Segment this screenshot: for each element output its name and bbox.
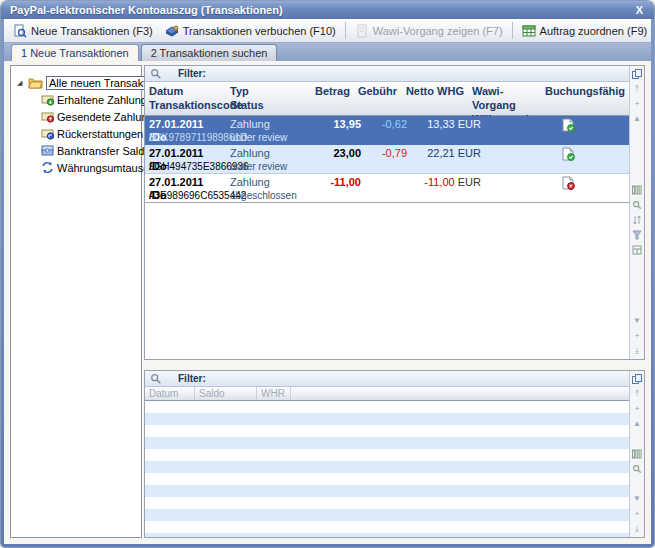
card-view-icon[interactable] xyxy=(632,184,643,195)
add-row-icon[interactable]: + xyxy=(632,98,643,109)
filter-search-icon xyxy=(150,68,162,80)
post-transactions-button[interactable]: Transaktionen verbuchen (F10) xyxy=(159,21,342,41)
tree-item-refunds[interactable]: Rückerstattungen xyxy=(11,125,141,142)
content-area: ◢ Alle neuen Transaktionen Erhaltene Zah… xyxy=(4,61,651,544)
transaction-net: 22,21 xyxy=(427,147,455,159)
category-tree-panel: ◢ Alle neuen Transaktionen Erhaltene Zah… xyxy=(10,65,142,538)
col-header-buchungsfaehig[interactable]: Buchungsfähig xyxy=(541,82,629,115)
tab-new-transactions-label: 1 Neue Transaktionen xyxy=(21,47,129,59)
append-row-icon[interactable]: + xyxy=(632,508,643,519)
col-header-gebuehr[interactable]: Gebühr xyxy=(354,82,400,115)
transaction-row-3[interactable]: 27.01.2011 /Do 43E989696C6535442 Zahlung… xyxy=(145,174,629,203)
transaction-row-2[interactable]: 27.01.2011 /Do 9GH494735E3866936 Zahlung… xyxy=(145,145,629,174)
balance-filter-row[interactable]: Filter: xyxy=(145,371,629,387)
refunds-icon xyxy=(41,127,54,140)
grid-side-toolbar: ⤒ + ▲ ▼ + ⤓ xyxy=(630,371,644,537)
filter-funnel-icon[interactable] xyxy=(632,229,643,240)
col-header-betrag[interactable]: Betrag xyxy=(304,82,354,115)
grid-side-toolbar: ⤒ + ▲ xyxy=(630,66,644,359)
show-erp-process-label: Wawi-Vorgang zeigen (F7) xyxy=(373,25,503,37)
transaction-status: under review xyxy=(230,160,307,173)
search-icon[interactable] xyxy=(632,463,643,474)
tab-new-transactions[interactable]: 1 Neue Transaktionen xyxy=(11,44,139,61)
scroll-down-icon[interactable]: ▼ xyxy=(632,493,643,504)
transaction-bookable xyxy=(558,116,629,145)
tree-item-currency-exchange[interactable]: Währungsumtausch xyxy=(11,159,141,176)
scroll-up-icon[interactable]: ▲ xyxy=(632,113,643,124)
title-bar[interactable]: PayPal-elektronischer Kontoauszug (Trans… xyxy=(1,1,654,19)
column-chooser-icon[interactable] xyxy=(632,68,643,79)
col-header-netto-whg[interactable]: Netto WHG xyxy=(400,82,468,115)
transaction-amount: 13,95 xyxy=(311,116,365,145)
app-window: PayPal-elektronischer Kontoauszug (Trans… xyxy=(1,1,654,547)
transaction-code: 8CK9789711989861D xyxy=(149,131,222,144)
transaction-type: Zahlung xyxy=(230,147,307,160)
new-transactions-button[interactable]: Neue Transaktionen (F3) xyxy=(7,21,159,41)
export-icon[interactable] xyxy=(632,244,643,255)
col-header-wawi-vorgang[interactable]: Wawi-VorgangWährungskurs xyxy=(468,82,541,115)
toolbar-separator xyxy=(345,22,346,39)
balance-grid: Filter: Datum Saldo WHR ⤒ + xyxy=(144,370,645,538)
sort-icon[interactable] xyxy=(632,214,643,225)
transaction-row-1[interactable]: 27.01.2011 /Do 8CK9789711989861D Zahlung… xyxy=(145,116,629,145)
col-header-datum[interactable]: DatumTransaktionscode xyxy=(145,82,226,115)
transaction-amount: 23,00 xyxy=(311,145,365,173)
transaction-date: 27.01.2011 /Do xyxy=(149,118,222,131)
currency-exchange-icon xyxy=(41,161,54,174)
transaction-fee xyxy=(365,174,411,202)
col-header-whr[interactable]: WHR xyxy=(257,387,291,400)
balance-empty-rows xyxy=(145,401,629,537)
balance-header-row[interactable]: Datum Saldo WHR xyxy=(145,387,629,401)
window-frame: Neue Transaktionen (F3) Transaktionen ve… xyxy=(4,19,651,544)
transaction-type: Zahlung xyxy=(230,118,307,131)
tree-item-sent-payments[interactable]: Gesendete Zahlungen xyxy=(11,108,141,125)
transactions-filter-row[interactable]: Filter: xyxy=(145,66,629,82)
scroll-bottom-icon[interactable]: ⤓ xyxy=(632,523,643,534)
transaction-amount: -11,00 xyxy=(311,174,365,202)
tab-search-transactions[interactable]: 2 Transaktionen suchen xyxy=(141,44,278,61)
col-header-saldo[interactable]: Saldo xyxy=(195,387,257,400)
col-header-datum[interactable]: Datum xyxy=(145,387,195,400)
toolbar: Neue Transaktionen (F3) Transaktionen ve… xyxy=(4,19,651,43)
tree-expander-icon[interactable]: ◢ xyxy=(17,79,25,87)
tree-item-banktransfer-balance[interactable]: Banktransfer Saldo xyxy=(11,142,141,159)
transaction-fee: -0,62 xyxy=(365,116,411,145)
transaction-currency: EUR xyxy=(458,147,481,159)
transaction-bookable xyxy=(558,145,629,173)
toolbar-separator xyxy=(512,22,513,39)
search-icon[interactable] xyxy=(632,199,643,210)
transaction-status: under review xyxy=(230,131,307,144)
transaction-currency: EUR xyxy=(458,176,481,188)
bookable-yes-icon xyxy=(562,118,575,132)
assign-order-button[interactable]: Auftrag zuordnen (F9) xyxy=(516,21,651,41)
card-view-icon[interactable] xyxy=(632,448,643,459)
tab-search-transactions-label: 2 Transaktionen suchen xyxy=(151,47,268,59)
scroll-up-icon[interactable]: ▲ xyxy=(632,418,643,429)
transaction-net: 13,33 xyxy=(427,118,455,130)
tree-item-label: Währungsumtausch xyxy=(57,162,155,174)
col-header-filler xyxy=(291,387,629,400)
show-erp-process-button: Wawi-Vorgang zeigen (F7) xyxy=(349,21,509,41)
append-row-icon[interactable]: + xyxy=(632,330,643,341)
tree-item-received-payments[interactable]: Erhaltene Zahlungen xyxy=(11,91,141,108)
received-payments-icon xyxy=(41,93,54,106)
scroll-top-icon[interactable]: ⤒ xyxy=(632,388,643,399)
transactions-header-row[interactable]: DatumTransaktionscode TypStatus Betrag G… xyxy=(145,82,629,116)
filter-label: Filter: xyxy=(178,68,206,79)
tab-strip: 1 Neue Transaktionen 2 Transaktionen suc… xyxy=(4,43,651,61)
assign-order-icon xyxy=(522,24,536,38)
add-row-icon[interactable]: + xyxy=(632,403,643,414)
post-transactions-icon xyxy=(165,24,179,38)
scroll-top-icon[interactable]: ⤒ xyxy=(632,83,643,94)
transaction-type: Zahlung xyxy=(230,176,307,189)
scroll-down-icon[interactable]: ▼ xyxy=(632,315,643,326)
col-header-typ[interactable]: TypStatus xyxy=(226,82,304,115)
column-chooser-icon[interactable] xyxy=(632,373,643,384)
close-button[interactable]: X xyxy=(634,4,645,16)
grid-empty-area xyxy=(145,203,629,359)
transaction-wawi xyxy=(485,116,558,145)
scroll-bottom-icon[interactable]: ⤓ xyxy=(632,345,643,356)
bookable-no-icon xyxy=(562,176,575,190)
transaction-date: 27.01.2011 /Do xyxy=(149,147,222,160)
tree-item-all-new-transactions[interactable]: ◢ Alle neuen Transaktionen xyxy=(11,74,141,91)
